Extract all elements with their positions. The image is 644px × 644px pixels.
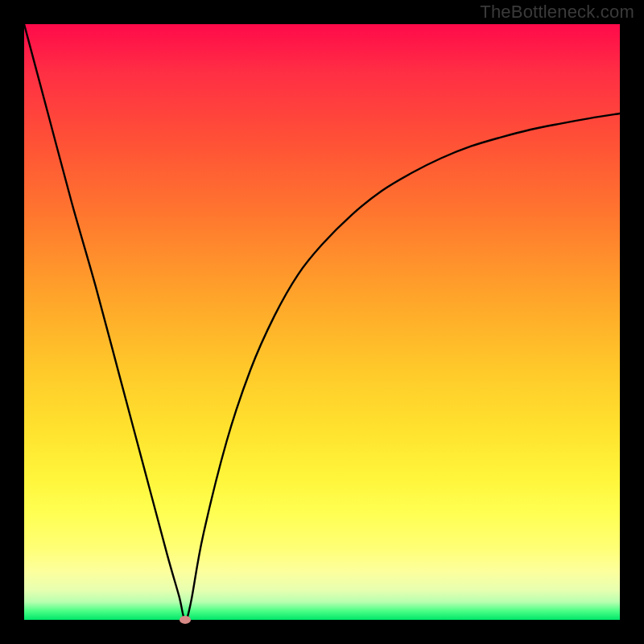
watermark-text: TheBottleneck.com: [480, 2, 634, 23]
bottleneck-curve: [24, 24, 620, 620]
curve-svg: [24, 24, 620, 620]
plot-area: [24, 24, 620, 620]
optimal-marker: [180, 616, 191, 624]
chart-frame: TheBottleneck.com: [0, 0, 644, 644]
